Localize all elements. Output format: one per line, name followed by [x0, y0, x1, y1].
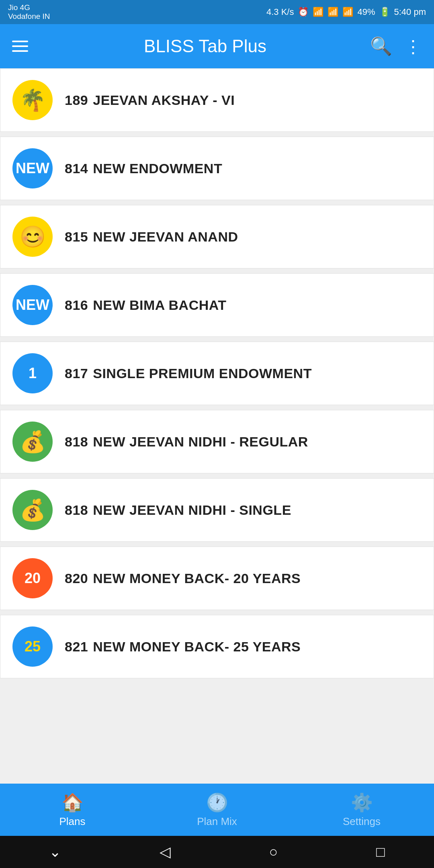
battery-level: 49% — [357, 7, 375, 17]
plan-text: 818NEW JEEVAN NIDHI - REGULAR — [65, 434, 308, 450]
plan-text: 815NEW JEEVAN ANAND — [65, 229, 238, 245]
nav-plans[interactable]: 🏠 Plans — [0, 784, 145, 836]
signal-icon2: 📶 — [342, 7, 353, 17]
carrier2-label: Vodafone IN — [8, 12, 50, 21]
list-item[interactable]: 25 821NEW MONEY BACK- 25 YEARS — [0, 615, 434, 678]
app-bar-icons: 🔍 ⋮ — [370, 36, 422, 57]
time-display: 5:40 pm — [394, 7, 426, 17]
nav-plans-label: Plans — [59, 815, 85, 828]
plan-icon: NEW — [12, 285, 53, 325]
list-item[interactable]: NEW 816NEW BIMA BACHAT — [0, 273, 434, 337]
clock-icon: 🕐 — [206, 792, 228, 813]
menu-button[interactable] — [12, 41, 28, 52]
android-home-btn[interactable]: ○ — [269, 843, 278, 860]
bottom-navigation: 🏠 Plans 🕐 Plan Mix ⚙️ Settings — [0, 784, 434, 836]
plan-text: 820NEW MONEY BACK- 20 YEARS — [65, 571, 301, 586]
plan-icon: 25 — [12, 626, 53, 667]
carrier-info: Jio 4G Vodafone IN — [8, 3, 50, 21]
alarm-icon: ⏰ — [298, 7, 309, 17]
plan-text: 189JEEVAN AKSHAY - VI — [65, 92, 235, 108]
list-item[interactable]: 1 817SINGLE PREMIUM ENDOWMENT — [0, 342, 434, 405]
plan-icon: 20 — [12, 558, 53, 598]
app-bar: BLISS Tab Plus 🔍 ⋮ — [0, 24, 434, 68]
network-speed: 4.3 K/s — [266, 7, 294, 17]
plan-text: 814NEW ENDOWMENT — [65, 161, 222, 176]
more-options-button[interactable]: ⋮ — [404, 36, 422, 57]
android-recent-btn[interactable]: □ — [376, 843, 385, 860]
nav-settings[interactable]: ⚙️ Settings — [289, 784, 434, 836]
search-button[interactable]: 🔍 — [370, 36, 392, 57]
list-item[interactable]: 💰 818NEW JEEVAN NIDHI - REGULAR — [0, 410, 434, 473]
wifi-icon: 📶 — [313, 7, 323, 17]
plans-list: 🌴 189JEEVAN AKSHAY - VI NEW 814NEW ENDOW… — [0, 68, 434, 784]
plan-icon: 🌴 — [12, 80, 53, 120]
android-nav-bar: ⌄ ◁ ○ □ — [0, 836, 434, 868]
plan-text: 818NEW JEEVAN NIDHI - SINGLE — [65, 502, 291, 518]
signal-icon1: 📶 — [328, 7, 338, 17]
nav-settings-label: Settings — [343, 815, 381, 828]
plan-icon: 💰 — [12, 422, 53, 462]
status-right: 4.3 K/s ⏰ 📶 📶 📶 49% 🔋 5:40 pm — [266, 7, 426, 17]
plan-text: 821NEW MONEY BACK- 25 YEARS — [65, 639, 301, 655]
plan-text: 817SINGLE PREMIUM ENDOWMENT — [65, 366, 312, 381]
carrier1-label: Jio 4G — [8, 3, 50, 12]
list-item[interactable]: 🌴 189JEEVAN AKSHAY - VI — [0, 68, 434, 132]
gear-icon: ⚙️ — [351, 792, 373, 813]
plan-icon: 1 — [12, 353, 53, 393]
plan-icon: NEW — [12, 148, 53, 188]
plan-icon: 💰 — [12, 490, 53, 530]
plan-text: 816NEW BIMA BACHAT — [65, 297, 227, 313]
battery-icon: 🔋 — [379, 7, 390, 17]
app-title: BLISS Tab Plus — [40, 36, 370, 56]
status-bar: Jio 4G Vodafone IN 4.3 K/s ⏰ 📶 📶 📶 49% 🔋… — [0, 0, 434, 24]
list-item[interactable]: 💰 818NEW JEEVAN NIDHI - SINGLE — [0, 478, 434, 542]
home-icon: 🏠 — [61, 792, 84, 813]
list-item[interactable]: NEW 814NEW ENDOWMENT — [0, 137, 434, 200]
list-item[interactable]: 20 820NEW MONEY BACK- 20 YEARS — [0, 547, 434, 610]
android-down-btn[interactable]: ⌄ — [49, 843, 61, 860]
nav-plan-mix-label: Plan Mix — [197, 815, 237, 828]
plan-icon: 😊 — [12, 217, 53, 257]
android-back-btn[interactable]: ◁ — [160, 843, 171, 860]
list-item[interactable]: 😊 815NEW JEEVAN ANAND — [0, 205, 434, 268]
nav-plan-mix[interactable]: 🕐 Plan Mix — [145, 784, 289, 836]
